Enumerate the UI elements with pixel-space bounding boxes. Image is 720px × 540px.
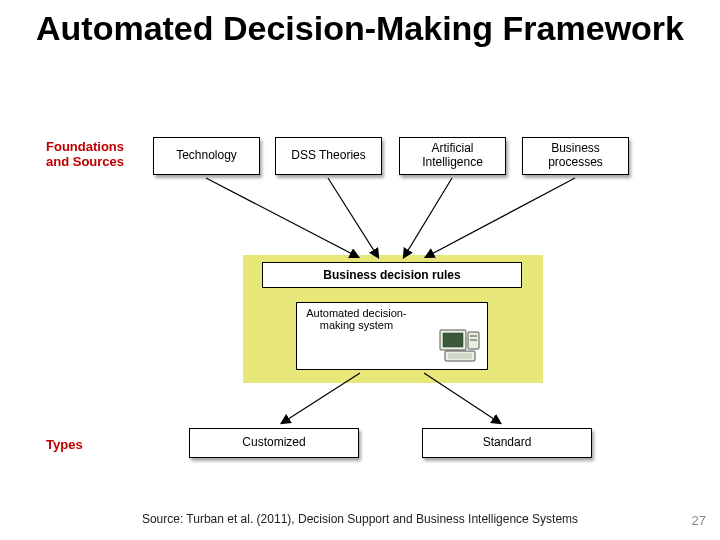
label-foundations: Foundations and Sources [46,140,141,170]
box-customized: Customized [189,428,359,458]
svg-line-12 [404,178,452,257]
label-types: Types [46,438,83,453]
box-business-processes: Business processes [522,137,629,175]
svg-line-10 [206,178,358,257]
svg-rect-1 [443,333,463,347]
page-title: Automated Decision-Making Framework [0,0,720,47]
automated-system-label: Automated decision-making system [303,307,410,331]
box-automated-system: Automated decision-making system [296,302,488,370]
svg-line-11 [328,178,378,257]
svg-rect-8 [470,339,477,341]
page-number: 27 [692,513,706,528]
box-business-decision-rules: Business decision rules [262,262,522,288]
box-standard: Standard [422,428,592,458]
box-technology: Technology [153,137,260,175]
computer-icon [439,329,481,365]
svg-rect-7 [470,335,477,337]
box-dss-theories: DSS Theories [275,137,382,175]
source-citation: Source: Turban et al. (2011), Decision S… [0,512,720,526]
box-artificial-intelligence: Artificial Intelligence [399,137,506,175]
svg-line-13 [426,178,575,257]
